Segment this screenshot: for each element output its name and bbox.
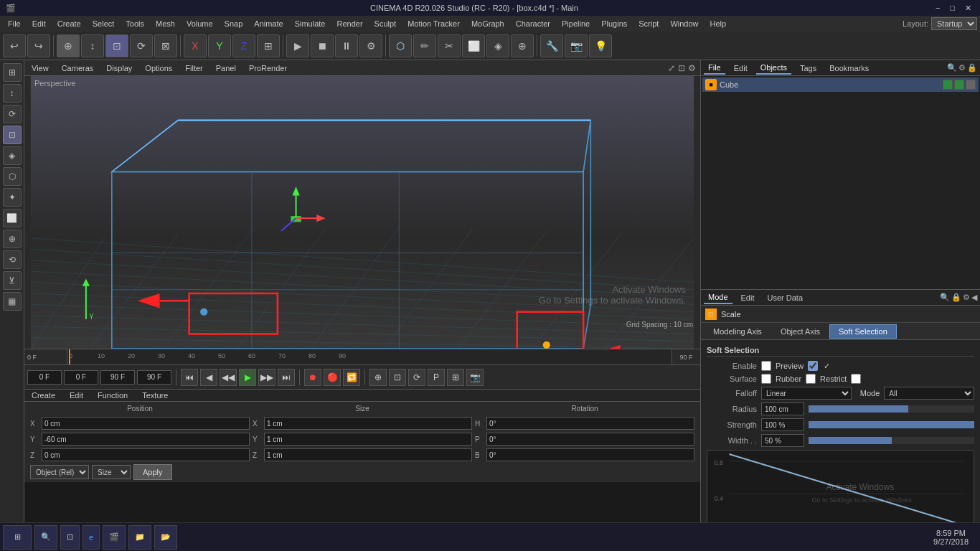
task-view-button[interactable]: ⊡ bbox=[60, 525, 80, 550]
vp-menu-view[interactable]: View bbox=[29, 63, 52, 73]
attr-search-icon[interactable]: 🔍 bbox=[940, 293, 950, 302]
explorer2-taskbar[interactable]: 📂 bbox=[154, 525, 177, 550]
soft-selection-graph[interactable]: 0.8 0.4 Activate Windows Go to Settings … bbox=[707, 450, 974, 522]
menu-tools[interactable]: Tools bbox=[121, 18, 149, 29]
menu-render[interactable]: Render bbox=[331, 18, 367, 29]
menu-help[interactable]: Help bbox=[705, 18, 732, 29]
attr-tab-edit-header[interactable]: Edit bbox=[737, 292, 759, 303]
tool-12[interactable]: ▦ bbox=[3, 292, 22, 311]
maximize-button[interactable]: □ bbox=[947, 4, 958, 13]
timeline-ruler[interactable]: 0 10 20 30 40 50 60 70 80 90 bbox=[67, 349, 672, 364]
close-button[interactable]: ✕ bbox=[962, 4, 974, 13]
menu-mograph[interactable]: MoGraph bbox=[466, 18, 509, 29]
x-position-input[interactable] bbox=[42, 417, 250, 430]
start-button[interactable]: ⊞ bbox=[3, 525, 32, 550]
soft-selection-tab[interactable]: Soft Selection bbox=[829, 324, 897, 339]
preview-checkbox[interactable] bbox=[808, 361, 818, 371]
tool-11[interactable]: ⊻ bbox=[3, 271, 22, 290]
attr-tab-mode-header[interactable]: Mode bbox=[704, 291, 732, 304]
modeling-axis-tab[interactable]: Modeling Axis bbox=[704, 324, 771, 339]
apply-button[interactable]: Apply bbox=[133, 464, 172, 480]
point-button[interactable]: ⊕ bbox=[511, 34, 534, 57]
show-desktop-button[interactable] bbox=[971, 525, 977, 550]
play-forward-fast-button[interactable]: ▶▶ bbox=[258, 369, 275, 386]
settings-button[interactable]: ⚙ bbox=[359, 34, 382, 57]
axis-lock-button[interactable]: ⊞ bbox=[257, 34, 280, 57]
strength-input[interactable] bbox=[761, 418, 804, 431]
tool-6[interactable]: ⬡ bbox=[3, 167, 22, 186]
viewport-toggle-button[interactable]: 📷 bbox=[466, 369, 484, 386]
panel-search-icon[interactable]: 🔍 bbox=[947, 63, 957, 72]
tool-7[interactable]: ✦ bbox=[3, 188, 22, 207]
menu-volume[interactable]: Volume bbox=[182, 18, 218, 29]
step-back-button[interactable]: ◀ bbox=[200, 369, 217, 386]
playback-start-input[interactable] bbox=[27, 370, 62, 385]
bottom-tab-edit[interactable]: Edit bbox=[65, 390, 88, 401]
playback-end-input[interactable] bbox=[100, 370, 135, 385]
vp-icon-maximize[interactable]: ⊡ bbox=[678, 63, 685, 73]
panel-tab-file[interactable]: File bbox=[704, 62, 725, 75]
scale-key-button[interactable]: ⊡ bbox=[389, 369, 406, 386]
layout-dropdown[interactable]: Startup bbox=[931, 17, 977, 30]
search-button[interactable]: 🔍 bbox=[34, 525, 57, 550]
menu-edit[interactable]: Edit bbox=[27, 18, 51, 29]
vp-menu-options[interactable]: Options bbox=[142, 63, 175, 73]
panel-tab-tags[interactable]: Tags bbox=[796, 62, 821, 74]
move-key-button[interactable]: ⊕ bbox=[369, 369, 387, 386]
mode-dropdown[interactable]: All Surface bbox=[884, 387, 974, 400]
menu-snap[interactable]: Snap bbox=[220, 18, 248, 29]
panel-tab-objects[interactable]: Objects bbox=[756, 62, 791, 75]
y-position-input[interactable] bbox=[42, 433, 250, 446]
menu-sculpt[interactable]: Sculpt bbox=[369, 18, 402, 29]
vp-menu-cameras[interactable]: Cameras bbox=[59, 63, 97, 73]
menu-animate[interactable]: Animate bbox=[249, 18, 288, 29]
edge-button[interactable]: ◈ bbox=[486, 34, 509, 57]
attr-settings-icon[interactable]: ⚙ bbox=[963, 293, 970, 302]
enable-checkbox[interactable] bbox=[761, 361, 771, 371]
redo-button[interactable]: ↪ bbox=[27, 34, 50, 57]
restrict-checkbox[interactable] bbox=[851, 374, 861, 384]
light-button[interactable]: 💡 bbox=[589, 34, 612, 57]
p-rotation-input[interactable] bbox=[486, 433, 694, 446]
camera-button[interactable]: 📷 bbox=[565, 34, 588, 57]
select-tool-button[interactable]: ⊕ bbox=[57, 34, 80, 57]
layer-check[interactable] bbox=[966, 80, 976, 90]
tool-2[interactable]: ↕ bbox=[3, 84, 22, 103]
size-mode-dropdown[interactable]: Size Scale bbox=[92, 465, 131, 479]
panel-tab-edit[interactable]: Edit bbox=[730, 62, 752, 74]
polygon-button[interactable]: ⬜ bbox=[462, 34, 485, 57]
visibility-editor-check[interactable] bbox=[943, 80, 953, 90]
object-mode-button[interactable]: ⊠ bbox=[154, 34, 177, 57]
object-axis-tab[interactable]: Object Axis bbox=[771, 324, 829, 339]
file-explorer-taskbar[interactable]: 📁 bbox=[128, 525, 151, 550]
bottom-tab-create[interactable]: Create bbox=[27, 390, 60, 401]
attr-lock-icon[interactable]: 🔒 bbox=[951, 293, 961, 302]
texture-button[interactable]: ✏ bbox=[413, 34, 436, 57]
tool-9[interactable]: ⊕ bbox=[3, 230, 22, 248]
timeline[interactable]: 0 F 0 10 20 30 40 50 60 70 80 90 90 F bbox=[24, 349, 700, 364]
vp-icon-settings[interactable]: ⚙ bbox=[688, 63, 696, 73]
cinema4d-taskbar[interactable]: 🎬 bbox=[103, 525, 126, 550]
z-size-input[interactable] bbox=[264, 448, 472, 461]
z-position-input[interactable] bbox=[42, 448, 250, 461]
visibility-render-check[interactable] bbox=[954, 80, 964, 90]
playback-end2-input[interactable] bbox=[137, 370, 171, 385]
scale-tool-button[interactable]: ⊡ bbox=[105, 34, 128, 57]
cube-object-row[interactable]: ■ Cube bbox=[702, 77, 979, 92]
all-key-button[interactable]: ⊞ bbox=[447, 369, 464, 386]
3d-viewport[interactable]: Perspective bbox=[24, 76, 700, 349]
goto-start-button[interactable]: ⏮ bbox=[181, 369, 198, 386]
radius-input[interactable] bbox=[761, 402, 804, 415]
edge-taskbar[interactable]: e bbox=[83, 525, 100, 550]
render-region-button[interactable]: ▶ bbox=[286, 34, 309, 57]
rotate-tool-button[interactable]: ⟳ bbox=[130, 34, 153, 57]
vp-icon-resize[interactable]: ⤢ bbox=[668, 63, 675, 73]
vp-menu-panel[interactable]: Panel bbox=[213, 63, 239, 73]
render-queue-button[interactable]: 🔧 bbox=[540, 34, 563, 57]
rubber-checkbox[interactable] bbox=[806, 374, 816, 384]
rotate-key-button[interactable]: ⟳ bbox=[408, 369, 425, 386]
knife-tool-button[interactable]: ✂ bbox=[438, 34, 461, 57]
attr-arrow-icon[interactable]: ◀ bbox=[971, 293, 977, 302]
panel-lock-icon[interactable]: 🔒 bbox=[967, 63, 977, 72]
tool-8[interactable]: ⬜ bbox=[3, 209, 22, 227]
